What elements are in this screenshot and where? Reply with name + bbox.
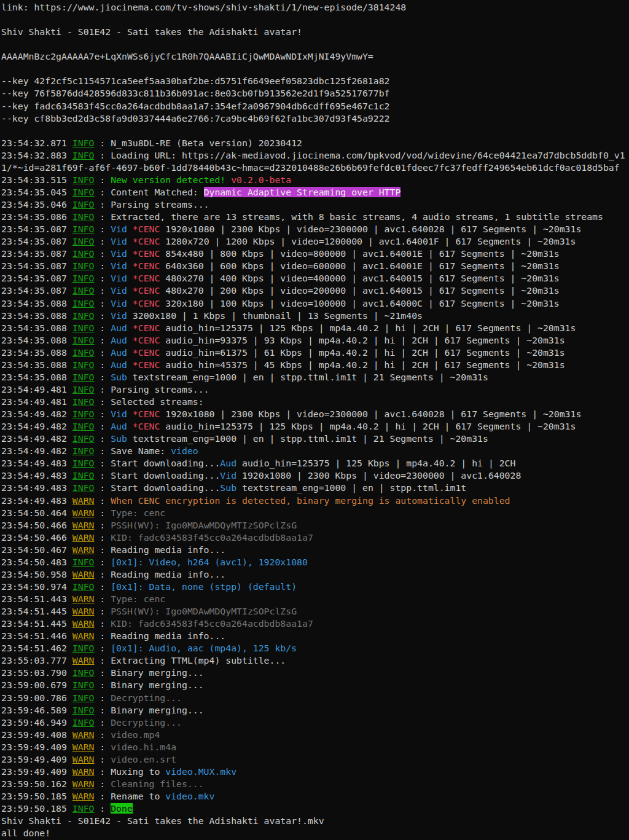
log-segment-p: : (94, 742, 111, 752)
terminal-window[interactable]: link: https://www.jiocinema.com/tv-shows… (0, 0, 629, 840)
log-segment-warn: WARN (72, 532, 95, 543)
log-segment-p: 23:54:50.464 (1, 508, 72, 518)
log-segment-p: 23:54:35.088 (1, 335, 72, 345)
log-segment-p: 640x360 | 600 Kbps | video=600000 | avc1… (165, 261, 559, 271)
log-segment-red: *CENC (133, 421, 165, 431)
log-segment-p: : (94, 261, 111, 271)
log-segment-red: *CENC (133, 335, 165, 345)
log-segment-dim: Cleaning files... (111, 779, 203, 789)
log-segment-p: : (94, 594, 111, 604)
log-segment-p: : (94, 508, 111, 518)
log-line: 23:54:35.086 INFO : Extracted, there are… (1, 211, 629, 223)
log-line: 23:59:50.185 WARN : Rename to video.mkv (1, 790, 629, 803)
log-line: 1/*~id=a281f69f-af6f-4697-b60f-1dd78440b… (1, 162, 629, 174)
log-blank-line (1, 38, 629, 50)
log-segment-cyan: video.MUX.mkv (165, 766, 236, 777)
log-segment-info: INFO (72, 396, 95, 407)
log-line: 23:54:32.871 INFO : N_m3u8DL-RE (Beta ve… (1, 137, 629, 149)
log-segment-p: : (94, 372, 111, 382)
log-segment-warn: WARN (72, 766, 95, 777)
log-segment-p: : Save Name: (94, 446, 171, 456)
log-segment-p: : (94, 729, 111, 740)
log-segment-info: INFO (72, 693, 95, 703)
log-line: 23:54:35.088 INFO : Vid 3200x180 | 1 Kbp… (1, 310, 629, 322)
log-line: 23:54:49.481 INFO : Parsing streams... (1, 383, 629, 396)
log-line: 23:54:51.445 WARN : KID: fadc634583f45cc… (1, 618, 629, 630)
log-segment-p: 23:55:03.777 (1, 655, 72, 665)
log-line: 23:54:49.483 INFO : Start downloading...… (1, 469, 629, 482)
log-segment-dim: PSSH(WV): Igo0MDAwMDQyMTIzSOPclZsG (111, 606, 297, 616)
log-line: 23:54:49.482 INFO : Save Name: video (1, 445, 629, 457)
log-segment-p: : (94, 520, 111, 530)
log-segment-p: 23:54:35.087 (1, 224, 72, 234)
log-segment-cyan: [0x1]: Audio, aac (mp4a), 125 kb/s (111, 643, 297, 653)
log-segment-red: *CENC (133, 359, 165, 370)
log-segment-info: INFO (72, 581, 95, 592)
log-segment-cyan: Vid (111, 261, 133, 271)
log-segment-info: INFO (72, 347, 95, 358)
log-segment-p: 23:54:33.515 (1, 175, 72, 185)
log-segment-info: INFO (72, 187, 95, 197)
log-segment-p: 23:54:49.483 (1, 495, 72, 506)
log-segment-p: audio_hin=45375 | 45 Kbps | mp4a.40.2 | … (165, 359, 565, 370)
log-segment-p: 23:54:35.088 (1, 323, 72, 333)
log-segment-p: : (94, 495, 111, 506)
log-blank-line (1, 63, 629, 75)
log-segment-p: 23:54:35.088 (1, 372, 72, 382)
log-segment-cyan: Sub (220, 482, 242, 493)
log-line: all done! (1, 827, 629, 839)
log-segment-warn: WARN (72, 544, 95, 555)
log-segment-p: : (94, 643, 111, 653)
log-line: --key 76f5876dd428596d833c811b36b091ac:8… (1, 87, 629, 100)
log-segment-p: --key fadc634583f45cc0a264acdbdb8aa1a7:3… (1, 101, 390, 111)
log-segment-p: 23:54:49.481 (1, 384, 72, 394)
log-segment-cyan: Vid (111, 236, 133, 246)
log-segment-p: : (94, 359, 111, 370)
log-segment-p: : Parsing streams... (94, 199, 209, 210)
log-line: 23:59:49.409 WARN : video.hi.m4a (1, 741, 629, 753)
log-line: 23:54:32.883 INFO : Loading URL: https:/… (1, 149, 629, 162)
log-line: 23:55:03.790 INFO : Binary merging... (1, 667, 629, 679)
log-segment-p: 23:54:35.087 (1, 236, 72, 246)
log-segment-info: INFO (72, 384, 95, 394)
log-line: 23:59:50.185 INFO : Done (1, 803, 629, 815)
log-segment-info: INFO (72, 717, 95, 728)
log-line: 23:55:03.777 WARN : Extracting TTML(mp4)… (1, 654, 629, 667)
log-line: 23:59:00.786 INFO : Decrypting... (1, 692, 629, 704)
log-segment-cyan: Vid (111, 224, 133, 234)
log-segment-red: *CENC (133, 285, 165, 296)
log-segment-cyan: Sub (111, 372, 133, 382)
log-segment-p: 1920x1080 | 2300 Kbps | video=2300000 | … (165, 224, 581, 234)
log-segment-info: INFO (72, 433, 95, 444)
log-segment-p: 23:59:50.162 (1, 779, 72, 789)
log-segment-p: 23:59:50.185 (1, 803, 72, 814)
log-segment-warn: WARN (72, 791, 95, 801)
log-segment-p: : (94, 421, 111, 431)
log-segment-info: INFO (72, 705, 95, 715)
log-segment-p: : (94, 581, 111, 592)
log-segment-p: 1/*~id=a281f69f-af6f-4697-b60f-1dd78440b… (1, 162, 620, 173)
log-segment-p: audio_hin=125375 | 125 Kbps | mp4a.40.2 … (165, 421, 576, 431)
log-line: 23:54:50.467 WARN : Reading media info..… (1, 544, 629, 556)
log-segment-dim: video.hi.m4a (111, 742, 176, 752)
log-segment-p: Shiv Shakti - S01E42 - Sati takes the Ad… (1, 26, 302, 37)
log-segment-p: : Content Matched: (94, 187, 203, 197)
log-segment-red: *CENC (133, 248, 165, 259)
log-segment-p: : Loading URL: https://ak-mediavod.jioci… (94, 150, 625, 160)
log-line: 23:59:46.589 INFO : Binary merging... (1, 704, 629, 716)
log-segment-cyan: Aud (220, 458, 242, 468)
log-segment-p: 23:59:49.409 (1, 754, 72, 764)
log-line: 23:59:00.679 INFO : Binary merging... (1, 679, 629, 691)
log-segment-p: 23:54:51.446 (1, 630, 72, 641)
log-segment-cyan: video (171, 446, 198, 456)
log-segment-p: 23:54:50.466 (1, 532, 72, 543)
log-segment-p: AAAAMnBzc2gAAAAA7e+LqXnWSs6jyCfc1R0h7QAA… (1, 51, 373, 61)
log-segment-p: : (94, 409, 111, 419)
log-segment-p: : Muxing to (94, 766, 165, 777)
log-segment-p: : (94, 803, 111, 814)
log-segment-p: 320x180 | 100 Kbps | video=100000 | avc1… (165, 298, 559, 308)
log-segment-p: 480x270 | 400 Kbps | video=400000 | avc1… (165, 273, 559, 283)
log-line: 23:54:49.483 INFO : Start downloading...… (1, 457, 629, 469)
log-line: 23:54:35.088 INFO : Aud *CENC audio_hin=… (1, 322, 629, 334)
log-line: 23:54:50.483 INFO : [0x1]: Video, h264 (… (1, 556, 629, 568)
